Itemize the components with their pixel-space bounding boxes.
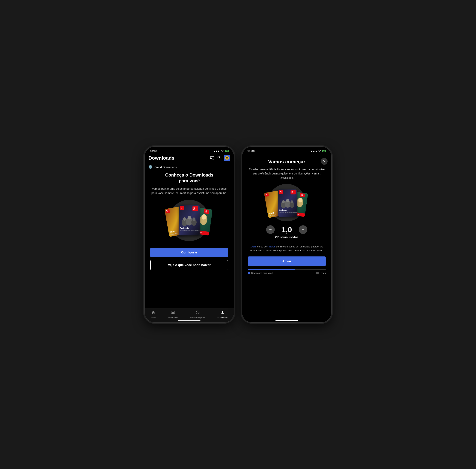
svg-point-43 xyxy=(282,200,285,203)
setup-title: Vamos começar xyxy=(248,159,326,165)
main-title: Conheça o Downloadspara você xyxy=(150,172,228,184)
main-content: Conheça o Downloadspara você Vamos baixa… xyxy=(145,172,234,270)
downloads-icon xyxy=(221,310,225,316)
home-indicator-2 xyxy=(275,320,298,321)
storage-legend: Downloads para você Livres xyxy=(248,272,326,274)
info-gb: 1 GB xyxy=(250,245,256,248)
covers-stack-2: N DAHN UM CANIBAL xyxy=(264,186,309,219)
status-time-2: 13:38 xyxy=(247,149,254,152)
svg-text:Racionais: Racionais xyxy=(180,227,189,229)
search-icon[interactable] xyxy=(217,155,221,161)
cover-racionais-2: N TOP 10 Racionais DAS RUAS DE SÃO PAUL xyxy=(278,189,297,217)
avatar-emoji: 😊 xyxy=(225,156,229,160)
main-subtitle: Vamos baixar uma seleção personalizada d… xyxy=(150,187,228,195)
svg-text:10: 10 xyxy=(193,208,195,210)
profile-avatar[interactable]: 😊 xyxy=(224,155,230,161)
svg-text:10: 10 xyxy=(301,195,303,197)
svg-text:10: 10 xyxy=(291,192,293,194)
home-icon xyxy=(151,310,155,316)
status-bar-2: 13:38 ▲▲▲ 70 xyxy=(242,147,331,153)
counter-row: − 1,0 + xyxy=(248,225,326,234)
nav-item-fun[interactable]: Risadas rápidas xyxy=(190,310,205,318)
cast-icon[interactable] xyxy=(210,156,214,160)
counter-minus-button[interactable]: − xyxy=(266,225,275,234)
svg-text:10: 10 xyxy=(205,211,207,213)
fun-icon xyxy=(196,310,200,316)
header-icons: 😊 xyxy=(210,155,230,161)
counter-plus-button[interactable]: + xyxy=(299,225,307,234)
status-icons-1: ▲▲▲ 70 xyxy=(213,150,229,152)
cover-racionais: N TOP 10 Racionais DAS R xyxy=(179,205,200,235)
info-hours: 4 horas xyxy=(267,245,275,248)
phone-2: 13:38 ▲▲▲ 70 ✕ Vamos começar Escolha qua… xyxy=(242,146,332,323)
signal-icon-1: ▲▲▲ xyxy=(213,150,220,152)
view-button[interactable]: Veja o que você pode baixar xyxy=(150,260,228,270)
nav-label-fun: Risadas rápidas xyxy=(190,316,205,318)
divider xyxy=(248,242,326,242)
signal-icon-2: ▲▲▲ xyxy=(311,150,317,152)
nav-label-home: Início xyxy=(151,316,156,318)
nav-item-new[interactable]: Novidades xyxy=(168,310,178,318)
info-text: 1 GB: cerca de 4 horas de filmes e série… xyxy=(248,245,326,253)
svg-text:N: N xyxy=(180,206,183,210)
svg-text:DAS RUAS DE SÃO PAULO PRO MUND: DAS RUAS DE SÃO PAULO PRO MUNDO xyxy=(180,230,200,231)
activate-button[interactable]: Ativar xyxy=(248,256,326,266)
nav-item-home[interactable]: Início xyxy=(151,310,156,318)
setup-content: Vamos começar Escolha quantos GB de film… xyxy=(242,153,331,274)
close-icon: ✕ xyxy=(323,159,326,163)
smart-downloads-label: Smart Downloads xyxy=(154,166,176,169)
bottom-nav: Início Novidades Risadas rápidas xyxy=(145,308,234,322)
covers-stack: N DAHN UM CANIBAL xyxy=(165,202,214,239)
status-time-1: 13:38 xyxy=(150,149,157,152)
gear-icon: ⚙️ xyxy=(148,165,153,169)
movie-covers-2: N DAHN UM CANIBAL xyxy=(248,183,326,222)
legend-downloads: Downloads para você xyxy=(248,272,273,274)
smart-downloads-row[interactable]: ⚙️ Smart Downloads xyxy=(145,163,234,172)
battery-2: 70 xyxy=(322,150,326,152)
close-button[interactable]: ✕ xyxy=(321,158,328,165)
setup-subtitle: Escolha quantos GB de filmes e séries vo… xyxy=(248,167,326,180)
plus-icon: + xyxy=(302,227,304,232)
configure-button[interactable]: Configurar xyxy=(150,248,228,257)
storage-bar-container: Downloads para você Livres xyxy=(248,269,326,274)
svg-point-44 xyxy=(286,199,289,202)
legend-downloads-label: Downloads para você xyxy=(251,272,273,274)
new-icon xyxy=(171,310,175,316)
home-indicator-1 xyxy=(178,320,201,321)
legend-free: Livres xyxy=(316,272,326,274)
svg-text:DAS RUAS DE SÃO PAULO PRO MUND: DAS RUAS DE SÃO PAULO PRO MUNDO xyxy=(279,212,297,213)
phones-container: 13:38 ▲▲▲ 70 Downloads xyxy=(144,146,332,323)
storage-bar xyxy=(248,269,326,270)
nav-label-new: Novidades xyxy=(168,316,178,318)
legend-free-label: Livres xyxy=(320,272,326,274)
dot-downloads xyxy=(248,272,250,274)
battery-1: 70 xyxy=(225,150,229,152)
storage-bar-fill xyxy=(248,269,295,270)
gb-label: GB serão usados xyxy=(248,235,326,239)
dot-free xyxy=(316,272,318,274)
movie-covers: N DAHN UM CANIBAL xyxy=(150,199,228,242)
minus-icon: − xyxy=(269,227,272,232)
svg-point-15 xyxy=(188,216,191,219)
phone-1: 13:38 ▲▲▲ 70 Downloads xyxy=(144,146,234,323)
nav-item-downloads[interactable]: Downloads xyxy=(217,310,227,318)
counter-value: 1,0 xyxy=(279,225,294,234)
status-icons-2: ▲▲▲ 70 xyxy=(311,150,326,152)
svg-point-45 xyxy=(290,200,293,203)
nav-label-downloads: Downloads xyxy=(217,316,227,318)
svg-text:Racionais: Racionais xyxy=(279,209,287,211)
page-title: Downloads xyxy=(148,155,175,161)
svg-point-16 xyxy=(192,218,195,221)
svg-text:N: N xyxy=(280,190,282,193)
wifi-icon-2 xyxy=(318,150,321,152)
header-bar-1: Downloads 😊 xyxy=(145,153,234,163)
status-bar-1: 13:38 ▲▲▲ 70 xyxy=(145,147,234,153)
wifi-icon-1 xyxy=(221,150,224,152)
svg-point-14 xyxy=(183,217,186,221)
